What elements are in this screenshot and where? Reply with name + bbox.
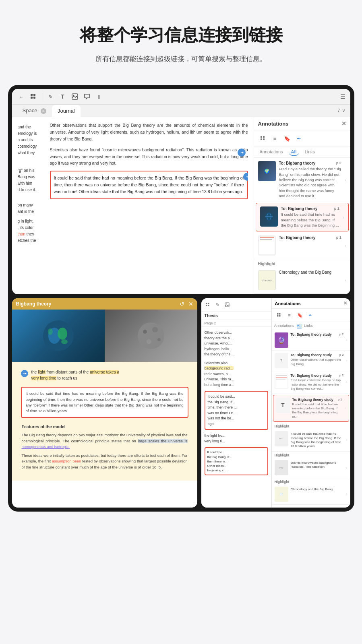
bottom-right-inner: ✎ Thesis Page 2 Other observati...theor [201, 298, 350, 508]
ann-sm-hl-item-2[interactable]: img cosmic microwaves background radiati… [272, 458, 350, 478]
ann-sm-chevron-4: › [345, 406, 346, 410]
pen-icon[interactable]: ✎ [46, 92, 55, 101]
ann-sm-content-4: To: Bigbang theory study p 1 It could be… [292, 398, 342, 419]
note-link-row-1: the light from distant parts of the univ… [17, 366, 192, 384]
annotation-item-2[interactable]: To: Bigbang theory p 1 It could be said … [256, 203, 349, 231]
bottom-left-content: the light from distant parts of the univ… [12, 310, 197, 508]
divider-icon[interactable]: || [95, 92, 103, 101]
ann-sm-hl-item-1[interactable]: text It could be said that time had no m… [272, 429, 350, 452]
bottom-left-toolbar: Bigbang theory ↺ ✕ [12, 298, 197, 310]
svg-rect-9 [263, 138, 265, 140]
ann-sm-header: Annotations ✕ [272, 298, 350, 309]
ann-sm-pen-icon[interactable]: ✒ [306, 310, 315, 320]
toolbar-separator [42, 93, 42, 100]
annotation-item-1[interactable]: 🌍 To: Bigbang theory p 2 Fred Hoyle call… [254, 158, 350, 202]
thesis-grid-icon[interactable] [204, 301, 212, 309]
annotation-item-3[interactable]: To: Bigbang theory p 1 › [254, 232, 350, 259]
thesis-para-2: Scientists also ...background radi...rad… [205, 361, 268, 388]
grid-icon[interactable] [29, 92, 38, 101]
svg-point-20 [152, 327, 158, 332]
highlight-item-1[interactable]: chrono Chronology and the Big Bang › [254, 267, 350, 294]
svg-rect-1 [33, 94, 35, 96]
ann-panel-small: Annotations ✕ ≡ 🔖 [272, 298, 350, 508]
ann-sm-item-3[interactable]: To: Bigbang theory study p 2 Fred Hoyle … [272, 371, 350, 394]
tab-space-close[interactable]: ✕ [41, 108, 46, 114]
top-device: ← ✎ T || [12, 89, 350, 294]
svg-rect-29 [277, 313, 279, 315]
ann-sm-bookmark-icon[interactable]: 🔖 [295, 310, 305, 320]
bl-close-icon[interactable]: ✕ [188, 301, 193, 307]
note-link-icon-1[interactable] [21, 370, 28, 377]
bl-undo-icon[interactable]: ↺ [180, 301, 184, 307]
panel-tab-pen-icon[interactable]: ✒ [294, 133, 305, 144]
svg-point-17 [48, 328, 53, 335]
panel-tab-grid-icon[interactable] [257, 133, 269, 144]
ann-sm-title-3: To: Bigbang theory study p 2 [291, 374, 344, 378]
top-content: and theemology isn and itscosmologywhat … [12, 117, 350, 294]
tab-row: Space ✕ Journal 7 ∨ [12, 105, 350, 117]
thesis-tab-label[interactable]: Thesis [201, 312, 271, 320]
ann-content-2: To: Bigbang theory p 1 It could be said … [281, 206, 339, 228]
ann-sm-list-icon[interactable]: ≡ [285, 310, 294, 320]
highlight-label-1: Highlight [254, 259, 350, 267]
svg-point-16 [61, 339, 68, 344]
thesis-image-icon[interactable] [223, 301, 231, 309]
ann-sm-thumb-1: 🔮 [275, 332, 288, 348]
ann-sm-thumb-2: T [275, 353, 288, 368]
image-icon[interactable] [70, 92, 79, 101]
ann-sm-filter: Annotations All Links [272, 322, 350, 330]
text-icon[interactable]: T [58, 92, 67, 101]
ann-sm-filter-all[interactable]: All [297, 323, 302, 328]
filter-annotations[interactable]: Annotations [257, 149, 285, 156]
ann-sm-grid-icon[interactable] [274, 310, 284, 320]
svg-rect-31 [277, 315, 279, 317]
svg-point-21 [147, 339, 151, 344]
ann-sm-hl-content-2: cosmic microwaves background radiation'.… [291, 460, 344, 475]
left-text-fragment-3: on manyant is the [18, 202, 46, 215]
ann-sm-item-2[interactable]: T To: Bigbang theory study p 2 Other obs… [272, 351, 350, 371]
ann-sm-filter-annotations[interactable]: Annotations [274, 323, 294, 328]
menu-icon[interactable]: ☰ [340, 93, 345, 100]
tab-space[interactable]: Space ✕ [17, 105, 52, 117]
ann-sm-desc-3: Fred Hoyle called the theory on top radi… [291, 378, 344, 391]
ann-sm-list: 🔮 To: Bigbang theory study p 2 › [272, 330, 350, 508]
ann-sm-hl-label-1: Highlight [272, 423, 350, 429]
ann-sm-hl-label-2: Highlight [272, 452, 350, 458]
thesis-panel: ✎ Thesis Page 2 Other observati...theor [201, 298, 272, 508]
ann-sm-item-1[interactable]: 🔮 To: Bigbang theory study p 2 › [272, 330, 350, 351]
chat-icon[interactable] [83, 92, 91, 101]
ann-sm-hl-content-1: It could be said that time had no meanin… [291, 431, 344, 449]
tab-journal[interactable]: Journal [52, 105, 81, 117]
panel-close-button[interactable]: ✕ [341, 120, 346, 127]
svg-rect-8 [261, 138, 262, 140]
thesis-text-content: Other observati...theory are the a...uni… [201, 327, 271, 508]
ann-sm-hl-label-3: Highlight [272, 478, 350, 484]
svg-point-18 [138, 322, 164, 349]
ann-sm-item-4[interactable]: T To: Bigbang theory study p 1 It could … [273, 395, 349, 422]
note-image-earth [12, 310, 105, 362]
filter-tabs: Annotations All Links [254, 147, 350, 158]
ann-desc-1: Fred Hoyle called the theory the "Big Ba… [279, 166, 341, 198]
ann-title-2: To: Bigbang theory p 1 [281, 206, 339, 211]
svg-point-28 [226, 303, 227, 304]
link-icon-1[interactable] [238, 149, 246, 157]
back-icon[interactable]: ← [17, 92, 26, 101]
filter-links[interactable]: Links [302, 149, 318, 156]
filter-all[interactable]: All [289, 149, 299, 156]
ann-sm-desc-4: It could be said that time had no meanin… [292, 402, 342, 419]
thesis-pen-icon[interactable]: ✎ [213, 301, 221, 309]
svg-rect-7 [263, 136, 265, 138]
ann-sm-hl-thumb-3: 📄 [275, 487, 288, 502]
panel-tab-list-icon[interactable]: ≡ [269, 133, 281, 144]
ann-sm-title-1: To: Bigbang theory study p 2 [291, 332, 344, 336]
ann-sm-close[interactable]: ✕ [343, 301, 347, 306]
panel-tab-bookmark-icon[interactable]: 🔖 [281, 133, 293, 144]
ann-sm-thumb-4: T [276, 398, 290, 413]
ann-sm-filter-links[interactable]: Links [304, 323, 313, 328]
panel-tabs: ≡ 🔖 ✒ [254, 130, 350, 147]
ann-chevron-2: › [343, 215, 344, 220]
svg-rect-24 [208, 303, 209, 304]
ann-sm-hl-thumb-2: img [275, 460, 288, 475]
ann-sm-hl-thumb-1: text [275, 431, 288, 446]
ann-sm-hl-item-3[interactable]: 📄 Chronology and the Big Bang › [272, 484, 350, 505]
